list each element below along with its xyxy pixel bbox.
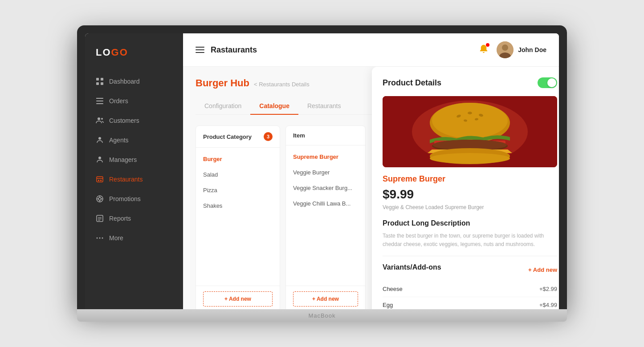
sidebar-item-label-managers: Managers: [109, 156, 137, 163]
logo: LOGO: [96, 47, 172, 58]
category-item-shakes[interactable]: Shakes: [196, 198, 280, 214]
svg-rect-22: [97, 215, 103, 222]
user-menu[interactable]: John Doe: [497, 41, 546, 58]
svg-point-26: [97, 238, 98, 239]
reports-icon: [96, 214, 104, 222]
item-veggie-snacker[interactable]: Veggie Snacker Burg...: [286, 180, 365, 196]
category-panel: Product Category 3 Burger Salad Pizza Sh…: [196, 125, 280, 309]
variant-egg: Egg +$4.99: [383, 297, 557, 309]
laptop-frame: LOGO Dashboard: [77, 25, 567, 322]
tab-configuration[interactable]: Configuration: [196, 98, 250, 115]
notification-button[interactable]: [479, 44, 489, 56]
sidebar: LOGO Dashboard: [85, 33, 183, 309]
hamburger-line-1: [196, 47, 204, 48]
logo-part2: GO: [111, 47, 128, 58]
category-item-burger[interactable]: Burger: [196, 151, 280, 167]
notification-dot: [486, 43, 489, 47]
category-panel-header: Product Category 3: [196, 126, 280, 148]
svg-point-8: [98, 117, 100, 120]
promotions-icon: [96, 195, 104, 203]
screen-inner: LOGO Dashboard: [85, 33, 559, 309]
variant-name-egg: Egg: [383, 302, 393, 308]
variant-price-egg: +$4.99: [539, 302, 557, 308]
item-veggie-burger[interactable]: Veggie Burger: [286, 165, 365, 180]
product-long-desc: Taste the best burger in the town, our s…: [383, 232, 557, 256]
sidebar-item-orders[interactable]: Orders: [85, 91, 183, 111]
sidebar-item-more[interactable]: More: [85, 228, 183, 248]
catalogue-panels: Product Category 3 Burger Salad Pizza Sh…: [196, 125, 546, 309]
item-panel-header: Item: [286, 126, 365, 145]
sidebar-item-reports[interactable]: Reports: [85, 209, 183, 228]
product-toggle[interactable]: [538, 77, 557, 88]
product-price: $9.99: [383, 187, 557, 202]
product-details-panel: Product Details: [372, 67, 559, 309]
svg-rect-5: [96, 101, 103, 101]
avatar: [497, 41, 514, 58]
grid-icon: [96, 77, 104, 85]
logo-area: LOGO: [85, 42, 183, 72]
svg-point-11: [98, 157, 101, 159]
sidebar-item-label-reports: Reports: [109, 215, 131, 222]
svg-rect-7: [96, 98, 98, 99]
category-item-salad[interactable]: Salad: [196, 167, 280, 182]
laptop-base: MacBook: [77, 309, 567, 322]
category-count-badge: 3: [264, 132, 273, 141]
svg-point-30: [502, 44, 508, 51]
long-desc-title: Product Long Description: [383, 219, 557, 227]
sidebar-item-label-orders: Orders: [109, 97, 128, 105]
product-details-title: Product Details: [383, 78, 441, 88]
item-supreme-burger[interactable]: Supreme Burger: [286, 149, 365, 165]
sidebar-item-restaurants[interactable]: Restaurants: [85, 169, 183, 189]
more-icon: [96, 234, 104, 242]
svg-rect-14: [98, 180, 99, 181]
sidebar-item-customers[interactable]: Customers: [85, 111, 183, 130]
svg-point-9: [101, 118, 103, 120]
sidebar-item-label-agents: Agents: [109, 137, 129, 144]
hamburger-button[interactable]: [196, 47, 204, 53]
app-header: Rastaurants: [183, 33, 559, 67]
sidebar-item-label-dashboard: Dashboard: [109, 78, 140, 85]
item-list: Supreme Burger Veggie Burger Veggie Snac…: [286, 145, 365, 286]
list-icon: [96, 97, 104, 105]
user-name: John Doe: [518, 46, 546, 53]
tab-catalogue[interactable]: Catalogue: [250, 98, 298, 115]
category-panel-title: Product Category: [203, 133, 252, 140]
product-image: [383, 96, 557, 167]
item-panel: Item Supreme Burger Veggie Burger Veggie…: [285, 125, 366, 309]
svg-rect-2: [96, 82, 99, 85]
avatar-image: [497, 41, 514, 58]
add-item-button[interactable]: + Add new: [293, 291, 358, 307]
hamburger-line-2: [196, 49, 204, 50]
svg-rect-3: [101, 82, 103, 85]
header-title: Rastaurants: [211, 45, 257, 55]
variants-title: Variants/Add-ons: [383, 263, 441, 271]
variant-name-cheese: Cheese: [383, 286, 403, 292]
product-name: Supreme Burger: [383, 174, 557, 184]
page-subtitle: < Restaurants Details: [254, 81, 310, 88]
svg-point-17: [98, 198, 101, 200]
page-title: Burger Hub: [196, 77, 249, 89]
product-details-header: Product Details: [383, 77, 557, 88]
sidebar-item-dashboard[interactable]: Dashboard: [85, 72, 183, 91]
restaurant-icon: [96, 175, 104, 183]
sidebar-item-managers[interactable]: Managers: [85, 150, 183, 169]
variant-price-cheese: +$2.99: [539, 286, 557, 292]
tab-restaurants[interactable]: Restaurants: [298, 98, 350, 115]
sidebar-item-agents[interactable]: Agents: [85, 130, 183, 150]
burger-image-svg: [383, 96, 557, 167]
sidebar-item-promotions[interactable]: Promotions: [85, 189, 183, 209]
laptop-brand: MacBook: [308, 312, 335, 319]
item-veggie-chilli[interactable]: Veggie Chilli Lawa B...: [286, 196, 365, 211]
svg-point-35: [432, 103, 508, 138]
logo-part1: LO: [96, 47, 111, 58]
item-panel-footer: + Add new: [286, 286, 365, 309]
add-variant-button[interactable]: + Add new: [528, 266, 557, 273]
product-short-desc: Veggie & Cheese Loaded Supreme Burger: [383, 204, 557, 210]
sidebar-item-label-restaurants: Restaurants: [109, 176, 143, 183]
variant-cheese: Cheese +$2.99: [383, 281, 557, 297]
toggle-knob: [547, 78, 556, 87]
sidebar-item-label-customers: Customers: [109, 117, 139, 124]
category-item-pizza[interactable]: Pizza: [196, 182, 280, 198]
svg-point-45: [430, 153, 510, 164]
add-category-button[interactable]: + Add new: [203, 291, 273, 307]
